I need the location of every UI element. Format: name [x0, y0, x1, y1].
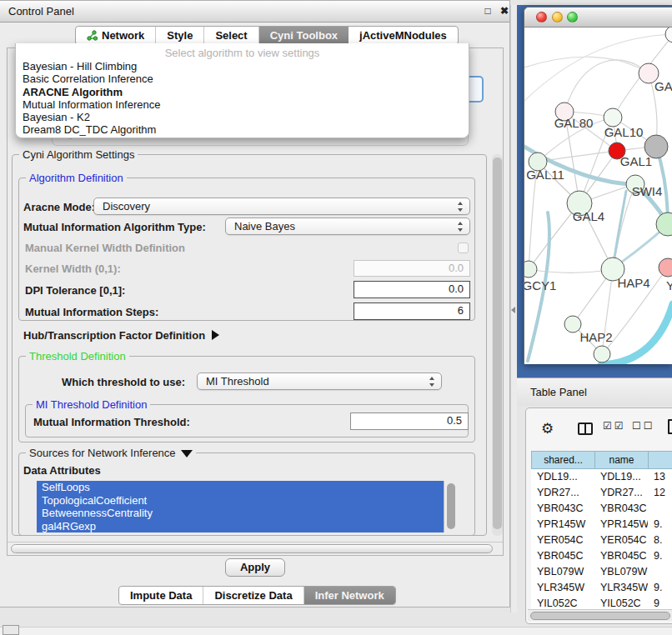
network-node-hap2[interactable] — [564, 316, 581, 332]
table-row[interactable]: YBR045CYBR045C9. — [531, 548, 672, 564]
dpi-tolerance-field[interactable]: 0.0 — [354, 281, 470, 298]
sources-group-toggle[interactable]: Sources for Network Inference — [26, 447, 196, 459]
cyni-algorithm-settings-label: Cyni Algorithm Settings — [19, 148, 138, 161]
tab-jactivemnodules[interactable]: jActiveMNodules — [349, 27, 458, 44]
hide-columns-icon[interactable]: ☐☐ — [632, 420, 655, 432]
table-row[interactable]: YPR145WYPR145W9. — [531, 517, 672, 532]
table-cell: YIL052C — [594, 596, 648, 609]
expanded-arrow-icon — [181, 450, 193, 458]
algorithm-option-dream8-dc-tdc-algorithm[interactable]: Dream8 DC_TDC Algorithm — [16, 123, 469, 136]
table-row[interactable]: YBR043CYBR043C — [531, 501, 672, 517]
gear-icon[interactable]: ⚙ — [541, 420, 554, 438]
network-node[interactable] — [665, 28, 672, 42]
table-cell: 9. — [648, 517, 672, 532]
column-header-clipped[interactable] — [648, 451, 672, 469]
mi-type-select[interactable]: Naive Bayes — [225, 218, 470, 235]
algorithm-option-aracne-algorithm[interactable]: ARACNE Algorithm — [16, 86, 469, 98]
network-node-label: HAP4 — [617, 276, 649, 290]
kernel-width-label: Kernel Width (0,1): — [25, 262, 121, 276]
tab-impute-data[interactable]: Impute Data — [119, 587, 203, 604]
table-cell: 8. — [648, 532, 672, 548]
table-cell: YBL079W — [594, 564, 648, 580]
attributes-scrollbar[interactable] — [444, 481, 457, 532]
float-window-icon[interactable]: □ — [481, 4, 494, 18]
algorithm-option-bayesian-hill-climbing[interactable]: Bayesian - Hill Climbing — [16, 60, 469, 72]
tab-label: Select — [215, 29, 247, 42]
minimize-traffic-icon[interactable] — [552, 12, 563, 22]
split-view-icon[interactable] — [578, 422, 593, 435]
network-node-label: HAP2 — [579, 330, 612, 344]
network-node-label: GAL10 — [604, 125, 644, 139]
table-horizontal-scrollbar[interactable] — [528, 609, 672, 621]
tab-label: Style — [167, 29, 193, 42]
network-node-gal10[interactable] — [604, 108, 622, 127]
tab-network[interactable]: Network — [76, 27, 156, 44]
network-node[interactable] — [644, 135, 668, 158]
settings-vertical-scrollbar[interactable] — [492, 154, 503, 536]
apply-button[interactable]: Apply — [225, 558, 285, 577]
zoom-traffic-icon[interactable] — [567, 12, 578, 22]
tab-infer-network[interactable]: Infer Network — [304, 587, 395, 604]
network-node-label: GAL4 — [573, 209, 604, 223]
table-cell: YPR145W — [594, 517, 648, 532]
table-cell: YBR043C — [594, 501, 648, 517]
table-row[interactable]: YIL052CYIL052C9 — [531, 596, 672, 609]
attribute-item-topologicalcoefficient[interactable]: TopologicalCoefficient — [37, 494, 457, 508]
data-attributes-list: SelfLoopsTopologicalCoefficientBetweenne… — [37, 481, 457, 532]
manual-kernel-checkbox[interactable] — [458, 242, 469, 253]
close-traffic-icon[interactable] — [536, 12, 547, 22]
aracne-mode-value: Discovery — [103, 200, 150, 212]
network-node-label: GAL — [654, 79, 672, 93]
table-cell: 13 — [648, 469, 672, 485]
network-node-label: GAL11 — [526, 168, 564, 182]
table-row[interactable]: YLR345WYLR345W9. — [531, 580, 672, 596]
attributes-scrollbar-thumb[interactable] — [447, 483, 455, 529]
table-cell — [648, 501, 672, 517]
network-node-label: GAL80 — [554, 116, 594, 130]
network-edge — [529, 269, 613, 273]
hub-section-toggle[interactable]: Hub/Transcription Factor Definition — [23, 329, 219, 342]
algorithm-dropdown-prompt: Select algorithm to view settings — [16, 43, 469, 60]
tab-cyni-toolbox[interactable]: Cyni Toolbox — [259, 27, 349, 44]
network-edge — [524, 57, 649, 73]
mi-steps-field[interactable]: 6 — [354, 302, 470, 320]
network-node-gcy1[interactable] — [524, 261, 537, 278]
column-header-name[interactable]: name — [594, 451, 648, 469]
table-row[interactable]: YER054CYER054C8. — [531, 532, 672, 548]
algorithm-option-mutual-information-inference[interactable]: Mutual Information Inference — [16, 98, 469, 111]
tab-select[interactable]: Select — [204, 27, 258, 44]
attribute-item-selfloops[interactable]: SelfLoops — [37, 481, 457, 494]
aracne-mode-select[interactable]: Discovery — [93, 198, 470, 215]
table-row[interactable]: YDL19...YDL19...13 — [531, 469, 672, 485]
kernel-width-field: 0.0 — [354, 260, 470, 277]
attribute-item-betweennesscentrality[interactable]: BetweennessCentrality — [37, 507, 457, 520]
network-node[interactable] — [594, 346, 610, 362]
tab-style[interactable]: Style — [156, 27, 204, 44]
network-window-titlebar[interactable] — [524, 8, 672, 28]
algorithm-option-bayesian-k2[interactable]: Bayesian - K2 — [16, 111, 469, 123]
which-threshold-select[interactable]: MI Threshold — [197, 372, 442, 390]
table-panel-title: Table Panel — [530, 378, 587, 406]
algorithm-option-basic-correlation-inference[interactable]: Basic Correlation Inference — [16, 72, 469, 85]
close-window-icon[interactable]: ✖ — [498, 4, 511, 18]
tab-discretize-data[interactable]: Discretize Data — [203, 587, 303, 604]
mi-threshold-field[interactable]: 0.5 — [350, 412, 469, 430]
table-cell: 12 — [648, 485, 672, 501]
column-header-shared[interactable]: shared... — [531, 451, 594, 469]
settings-vertical-scrollbar-thumb[interactable] — [493, 158, 502, 529]
divider-collapse-icon[interactable] — [511, 307, 515, 313]
which-threshold-label: Which threshold to use: — [62, 376, 185, 389]
settings-horizontal-scrollbar-thumb[interactable] — [11, 544, 493, 553]
document-icon[interactable] — [668, 419, 672, 434]
settings-horizontal-scrollbar[interactable] — [8, 542, 503, 555]
table-row[interactable]: YDR27...YDR27...12 — [531, 485, 672, 501]
network-canvas[interactable]: GALGAL80GAL10GAL1GAL11SWI4GAL4GCY1HAP4YH… — [524, 28, 672, 364]
which-threshold-value: MI Threshold — [206, 375, 269, 388]
table-cell: YDR27... — [531, 485, 594, 501]
show-columns-icon[interactable]: ☑☑ — [603, 420, 626, 432]
network-node-y[interactable] — [659, 258, 672, 277]
table-row[interactable]: YBL079WYBL079W — [531, 564, 672, 580]
table-horizontal-scrollbar-thumb[interactable] — [530, 612, 670, 620]
attribute-item-gal4rgexp[interactable]: gal4RGexp — [37, 520, 457, 533]
tab-label: Network — [102, 29, 144, 42]
